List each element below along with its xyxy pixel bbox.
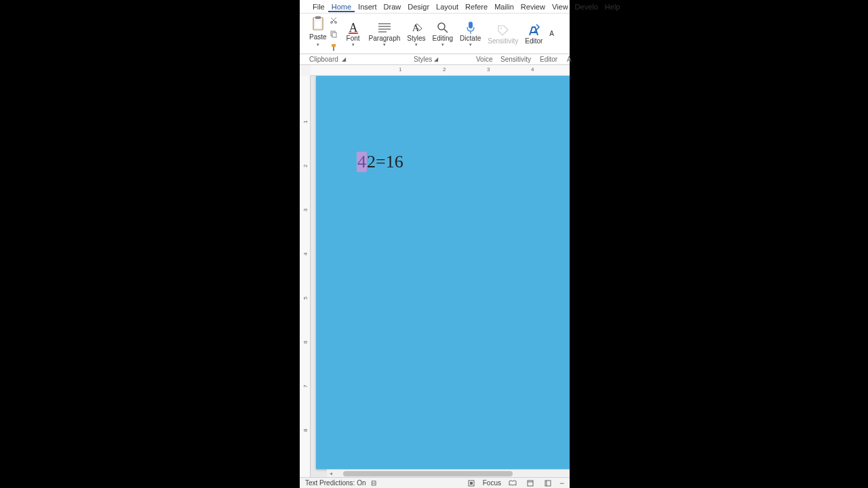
font-button[interactable]: A Font ▾ [342,15,365,53]
editor-button[interactable]: Editor [522,15,545,53]
equation-exponent[interactable]: 2 [367,152,376,172]
horizontal-ruler[interactable]: 1 2 3 4 [311,65,570,76]
svg-rect-18 [469,22,473,28]
paragraph-button[interactable]: Paragraph ▾ [366,15,403,53]
paste-label: Paste [309,34,327,41]
styles-button[interactable]: A Styles ▾ [404,15,428,53]
styles-label: Styles [407,35,425,42]
svg-rect-7 [332,44,336,47]
svg-point-16 [438,23,445,30]
equation-result[interactable]: 16 [386,152,403,172]
paste-button[interactable]: Paste ▾ [309,15,327,47]
chevron-down-icon: ▾ [352,42,355,47]
tab-draw[interactable]: Draw [380,1,405,12]
voice-group-label: Voice [476,56,492,63]
zoom-out-button[interactable]: − [559,479,564,488]
tab-mailings[interactable]: Mailin [491,1,517,12]
sensitivity-group-label: Sensitivity [500,56,531,63]
text-predictions-status[interactable]: Text Predictions: On [305,479,366,487]
document-workspace: 1 2 3 4 5 6 7 8 42 = 16 ◂ [300,76,570,477]
chevron-down-icon: ▾ [383,42,386,47]
paragraph-icon [376,20,393,35]
dictate-label: Dictate [460,35,481,42]
chevron-down-icon: ▾ [469,42,472,47]
cut-icon[interactable] [330,16,338,26]
addins-partial: A [547,15,554,53]
ribbon-group-labels: Clipboard ◢ Styles ◢ Voice Sensitivity E… [300,54,570,65]
svg-rect-8 [333,47,334,51]
svg-rect-1 [315,16,321,19]
accessibility-icon[interactable]: ⊟ [371,479,376,487]
focus-mode-button[interactable] [465,479,477,487]
vertical-ruler[interactable]: 1 2 3 4 5 6 7 8 [300,76,311,477]
search-icon [434,20,452,35]
chevron-down-icon: ▾ [317,42,319,47]
clipboard-icon [310,15,326,33]
addins-group-label: A [567,56,572,63]
svg-rect-10 [349,33,358,34]
dialog-launcher-icon[interactable]: ◢ [434,56,438,62]
scrollbar-thumb[interactable] [343,471,513,476]
tab-design[interactable]: Desigr [404,1,433,12]
ribbon-tabs: File Home Insert Draw Desigr Layout Refe… [300,0,570,14]
styles-group-label: Styles [414,56,432,63]
tab-insert[interactable]: Insert [355,1,380,12]
tab-view[interactable]: View [549,1,572,12]
editing-button[interactable]: Editing ▾ [430,15,456,53]
tag-icon [494,23,512,38]
clipboard-group: Paste ▾ [307,15,340,53]
word-app-window: File Home Insert Draw Desigr Layout Refe… [300,0,570,488]
equation-operator[interactable]: = [376,152,386,172]
styles-icon: A [408,20,425,35]
tab-layout[interactable]: Layout [433,1,462,12]
focus-label[interactable]: Focus [483,479,501,487]
svg-rect-26 [545,481,551,486]
read-mode-button[interactable] [507,479,519,487]
font-icon: A [344,20,362,35]
document-page[interactable]: 42 = 16 [316,76,570,469]
svg-rect-24 [528,481,533,486]
dictate-button[interactable]: Dictate ▾ [457,15,484,53]
tab-developer[interactable]: Develo [572,1,601,12]
svg-point-20 [500,28,502,29]
tab-help[interactable]: Help [601,1,624,12]
tab-references[interactable]: Refere [462,1,491,12]
editor-group-label: Editor [540,56,557,63]
editor-label: Editor [525,38,542,45]
horizontal-scrollbar[interactable]: ◂ [327,469,570,477]
dialog-launcher-icon[interactable]: ◢ [342,56,346,62]
paragraph-label: Paragraph [369,35,401,42]
chevron-down-icon: ▾ [415,42,418,47]
equation-text[interactable]: 42 = 16 [357,152,403,172]
tab-file[interactable]: File [309,1,328,12]
svg-rect-23 [470,482,473,485]
format-painter-icon[interactable] [330,43,338,53]
sensitivity-button: Sensitivity [485,15,521,53]
editor-pen-icon [525,23,542,38]
status-bar: Text Predictions: On ⊟ Focus − [300,477,570,488]
ribbon: Paste ▾ A Font ▾ Paragraph ▾ [300,14,570,54]
copy-icon[interactable] [330,30,338,39]
print-layout-button[interactable] [524,479,536,487]
editing-label: Editing [433,35,454,42]
svg-rect-6 [332,33,336,37]
svg-line-17 [444,29,448,33]
scroll-left-arrow-icon[interactable]: ◂ [327,470,335,476]
document-scroll-area[interactable]: 42 = 16 ◂ [311,76,570,477]
font-label: Font [347,35,360,42]
clipboard-group-label: Clipboard [309,56,338,63]
chevron-down-icon: ▾ [441,42,444,47]
tab-home[interactable]: Home [328,1,355,12]
svg-rect-2 [315,20,321,28]
sensitivity-label: Sensitivity [488,38,518,45]
tab-review[interactable]: Review [517,1,549,12]
equation-base-selected[interactable]: 4 [357,152,367,172]
microphone-icon [462,20,479,35]
web-layout-button[interactable] [542,479,554,487]
